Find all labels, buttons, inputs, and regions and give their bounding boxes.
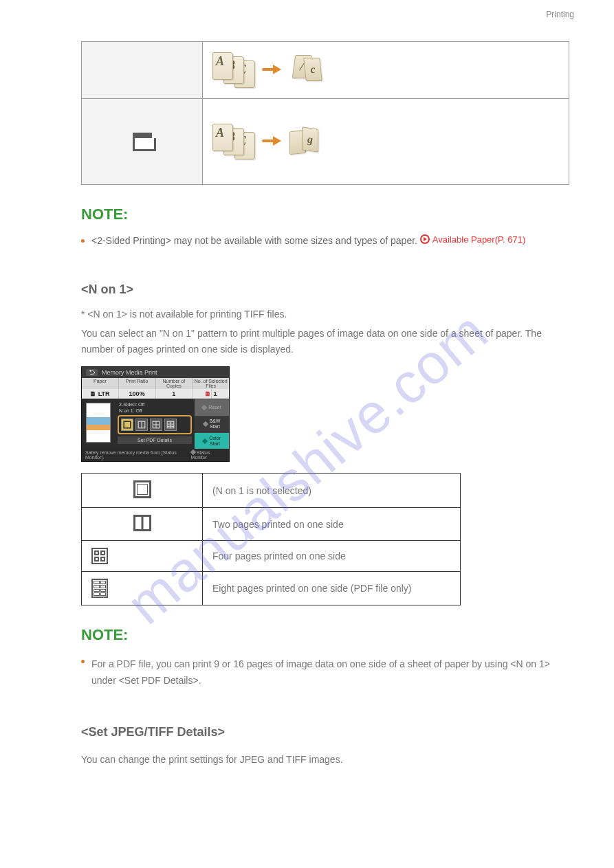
two-sided-table: ABC /c ABC xyxy=(81,41,569,185)
reset-button[interactable]: Reset xyxy=(195,399,229,415)
col-copies: Number of Copies xyxy=(156,378,193,389)
row1-illustration-cell: ABC /c xyxy=(203,42,569,99)
two-sided-status[interactable]: 2-Sided: Off xyxy=(116,401,193,408)
header-category: Printing xyxy=(546,10,574,19)
col-paper: Paper xyxy=(82,378,119,389)
abc-to-side-booklet-illustration: ABC g xyxy=(212,124,324,158)
icon-2up-cell xyxy=(82,508,203,541)
sheet-stack-icon: ABC xyxy=(212,124,255,158)
note1-text: <2-Sided Printing> may not be available … xyxy=(91,235,420,246)
diamond-icon xyxy=(202,438,208,443)
val-files[interactable]: 1 xyxy=(213,389,217,399)
jpeg-tiff-heading: <Set JPEG/TIFF Details> xyxy=(81,725,225,739)
val-copies[interactable]: 1 xyxy=(156,389,193,399)
device-footer: Safely remove memory media from [Status … xyxy=(82,449,229,461)
note2-bullet: For a PDF file, you can print 9 or 16 pa… xyxy=(81,654,574,692)
note-heading-1: NOTE: xyxy=(81,205,574,223)
val-ratio[interactable]: 100% xyxy=(119,389,156,399)
note-heading-2: NOTE: xyxy=(81,626,574,644)
device-title: Memory Media Print xyxy=(102,369,157,376)
tile-4up-icon[interactable] xyxy=(150,419,162,431)
device-screenshot: ⮌ Memory Media Print Paper Print Ratio N… xyxy=(81,366,230,462)
bw-start-button[interactable]: B&W Start xyxy=(195,416,229,432)
val-paper[interactable]: LTR xyxy=(98,389,110,399)
diamond-icon xyxy=(190,449,195,455)
note2-text: For a PDF file, you can print 9 or 16 pa… xyxy=(91,656,566,689)
row2-illustration-cell: ABC g xyxy=(203,99,569,185)
note1-bullet: <2-Sided Printing> may not be available … xyxy=(81,233,574,249)
sheet-stack-icon: ABC xyxy=(212,52,255,87)
diamond-icon xyxy=(201,405,207,410)
play-icon xyxy=(420,234,430,244)
set-pdf-details-button[interactable]: Set PDF Details xyxy=(118,436,192,444)
desc-4up: Four pages printed on one side xyxy=(203,541,461,572)
available-paper-link[interactable]: Available Paper(P. 671) xyxy=(420,234,525,245)
row1-label-cell xyxy=(82,42,203,99)
jpeg-tiff-desc: You can change the print settings for JP… xyxy=(81,752,574,768)
diamond-icon xyxy=(202,421,208,427)
color-start-button[interactable]: Color Start xyxy=(195,432,229,449)
device-values-row: 🗎 LTR 100% 1 🗎 1 xyxy=(82,389,229,399)
n-on-1-table: (N on 1 is not selected) Two pages print… xyxy=(81,473,461,605)
status-monitor-button[interactable]: Status Monitor xyxy=(191,450,226,460)
four-up-icon xyxy=(91,548,108,564)
preview-thumbnail xyxy=(86,403,111,443)
side-booklet-icon: g xyxy=(289,126,324,155)
link-text: Available Paper(P. 671) xyxy=(432,234,525,245)
top-booklet-icon: /c xyxy=(289,55,324,84)
arrow-right-icon xyxy=(262,137,283,145)
desc-1up: (N on 1 is not selected) xyxy=(203,474,461,508)
col-ratio: Print Ratio xyxy=(119,378,156,389)
tile-2up-icon[interactable] xyxy=(135,419,148,431)
tile-1up-icon[interactable] xyxy=(121,419,133,431)
n-on-1-heading: <N on 1> xyxy=(81,282,133,297)
abc-to-top-booklet-illustration: ABC /c xyxy=(212,52,324,87)
bullet-icon xyxy=(81,660,85,663)
icon-4up-cell xyxy=(82,541,203,572)
n-on-1-subnote: * <N on 1> is not available for printing… xyxy=(81,307,574,323)
desc-2up: Two pages printed on one side xyxy=(203,508,461,541)
one-up-icon xyxy=(133,480,151,498)
tile-8up-icon[interactable] xyxy=(164,419,177,431)
two-up-icon xyxy=(133,515,151,531)
eight-up-icon xyxy=(91,579,108,598)
bullet-icon xyxy=(81,239,85,243)
back-icon[interactable]: ⮌ xyxy=(86,369,98,376)
col-files: No. of Selected Files xyxy=(193,378,229,389)
desc-8up: Eight pages printed on one side (PDF fil… xyxy=(203,572,461,605)
arrow-right-icon xyxy=(262,65,283,74)
calendar-type-icon xyxy=(133,133,152,149)
icon-1up-cell xyxy=(82,474,203,508)
row2-label-cell xyxy=(82,99,203,185)
footer-text: Safely remove memory media from [Status … xyxy=(85,450,191,460)
device-titlebar: ⮌ Memory Media Print xyxy=(82,367,229,378)
device-col-headers: Paper Print Ratio Number of Copies No. o… xyxy=(82,378,229,389)
n-on-1-label: N on 1: Off xyxy=(116,408,193,414)
svg-rect-0 xyxy=(124,421,131,428)
n-on-1-desc: You can select an "N on 1" pattern to pr… xyxy=(81,326,562,359)
icon-8up-cell xyxy=(82,572,203,605)
n-on-1-panel xyxy=(118,415,192,434)
